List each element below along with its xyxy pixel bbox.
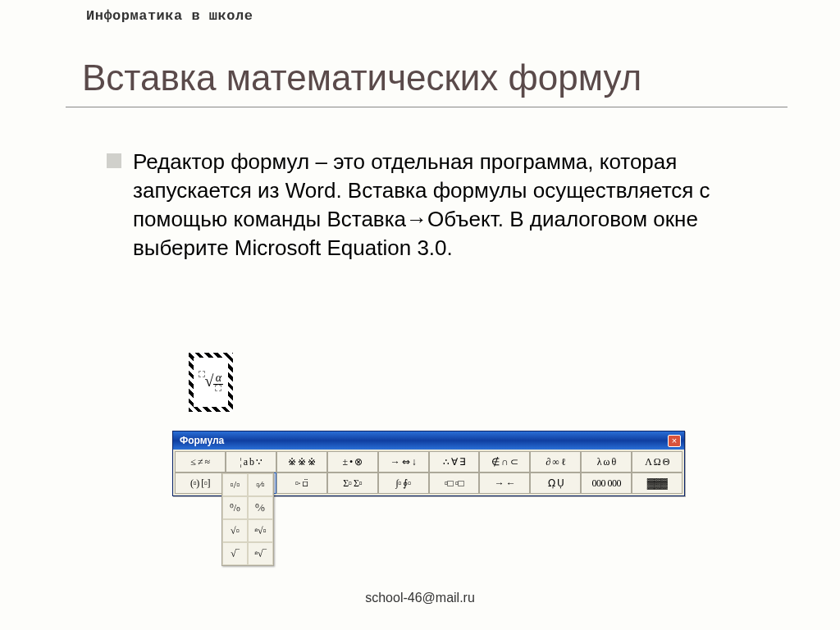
palette-button[interactable]: √▫ [222, 519, 248, 542]
toolbar-button[interactable]: ∴ ∀ ∃ [429, 451, 480, 472]
slide-title: Вставка математических формул [82, 57, 641, 98]
toolbar-button[interactable]: 000 000 [581, 472, 632, 494]
toolbar-button[interactable]: ∂ ∞ ℓ [530, 451, 581, 472]
palette-button[interactable]: ⁰⁄₀ [248, 496, 273, 519]
toolbar-button[interactable]: λ ω θ [581, 451, 632, 472]
toolbar-row: ≤ ≠ ≈¦ a b ∵※ ※ ※± • ⊗→ ⇔ ↓∴ ∀ ∃∉ ∩ ⊂∂ ∞… [175, 451, 682, 472]
bullet-icon [107, 153, 121, 168]
palette-button[interactable]: ⁿ√▫ [248, 519, 273, 542]
toolbar-button[interactable]: (▫) [▫] [175, 472, 226, 494]
toolbar-button[interactable]: ※ ※ ※ [276, 451, 327, 472]
palette-button[interactable]: ⁿ√‾ [248, 542, 273, 565]
toolbar-title-text: Формула [180, 435, 224, 446]
toolbar-button[interactable]: → ⇔ ↓ [378, 451, 429, 472]
toolbar-button[interactable]: ≤ ≠ ≈ [175, 451, 226, 472]
slide-header: Информатика в школе [86, 8, 253, 24]
palette-button[interactable]: ⁰/₀ [222, 496, 248, 519]
body-text: Редактор формул – это отдельная программ… [133, 148, 755, 262]
equation-content: √α [199, 372, 224, 393]
toolbar-button[interactable]: Ω̣ Ụ [530, 472, 581, 494]
fraction-radical-palette: ▫/▫▫⁄▫⁰/₀⁰⁄₀√▫ⁿ√▫√‾ⁿ√‾ [221, 472, 274, 566]
palette-button[interactable]: ▫/▫ [222, 473, 248, 496]
equation-object[interactable]: √α [189, 353, 233, 412]
toolbar-button[interactable]: → ← [479, 472, 530, 494]
close-button[interactable]: × [668, 435, 681, 447]
toolbar-button[interactable]: ▫□ ▫□ [429, 472, 480, 494]
palette-button[interactable]: ▫⁄▫ [248, 473, 273, 496]
toolbar-button[interactable]: ± • ⊗ [327, 451, 378, 472]
toolbar-button[interactable]: ¦ a b ∵ [226, 451, 276, 472]
toolbar-titlebar[interactable]: Формула × [173, 431, 684, 450]
toolbar-button[interactable]: Σ▫ Σ▫ [327, 472, 378, 494]
toolbar-button[interactable]: ∉ ∩ ⊂ [479, 451, 530, 472]
body-bullet: Редактор формул – это отдельная программ… [107, 148, 755, 262]
title-underline [66, 107, 788, 107]
slide-footer: school-46@mail.ru [0, 591, 840, 605]
toolbar-button[interactable]: ▫· ▫̈ [276, 472, 327, 494]
toolbar-button[interactable]: ▓▓▓ [632, 472, 682, 494]
toolbar-button[interactable]: ∫▫ ∮▫ [378, 472, 429, 494]
toolbar-button[interactable]: Λ Ω Θ [632, 451, 682, 472]
palette-button[interactable]: √‾ [222, 542, 248, 565]
